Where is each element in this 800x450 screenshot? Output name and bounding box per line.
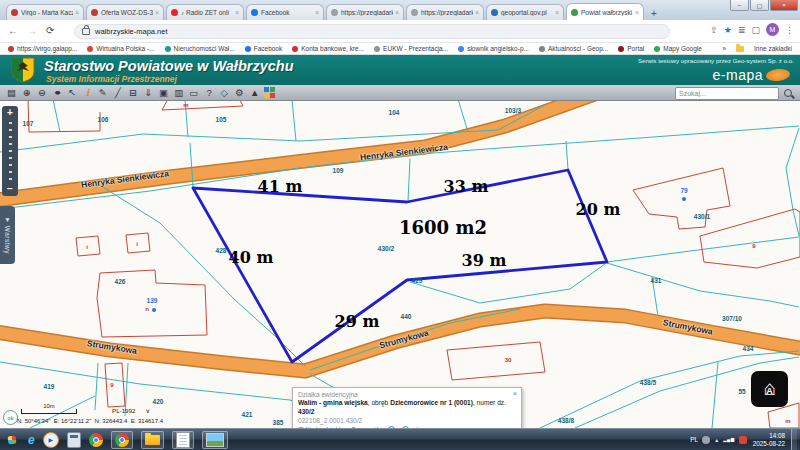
- zoom-out-button[interactable]: −: [2, 183, 18, 195]
- basemap-grid-icon[interactable]: [264, 87, 275, 98]
- browser-tab[interactable]: https://przegladark×: [406, 4, 484, 20]
- menu-kebab-icon[interactable]: ⋮: [785, 25, 794, 35]
- bookmark-item[interactable]: Facebook: [245, 45, 283, 52]
- side-panel-icon[interactable]: ▢: [751, 25, 760, 35]
- show-desktop-button[interactable]: [791, 429, 797, 450]
- crs-selector[interactable]: PL-1992 ∨: [112, 407, 150, 414]
- forward-button[interactable]: →: [27, 25, 37, 36]
- share-icon[interactable]: ⇧: [710, 25, 718, 35]
- bookmark-item[interactable]: https://virgo.galapp...: [8, 45, 77, 52]
- tab-close-icon[interactable]: ×: [155, 9, 159, 16]
- polygon-icon[interactable]: ◇: [217, 86, 232, 99]
- bookmark-favicon: [539, 46, 545, 52]
- bookmark-item[interactable]: Konta bankowe, kre...: [292, 45, 364, 52]
- document-icon: [176, 432, 190, 448]
- layers-icon[interactable]: ▤: [4, 86, 19, 99]
- tray-expand-icon[interactable]: ▲: [714, 437, 719, 443]
- browser-tab[interactable]: geoportal.gov.pl×: [486, 4, 564, 20]
- tab-title: Radio ZET onli: [186, 9, 233, 16]
- emapa-logo: e-mapa: [713, 67, 790, 83]
- tab-close-icon[interactable]: ×: [395, 9, 399, 16]
- tray-badge-icon[interactable]: [702, 436, 710, 444]
- crs-label: PL-1992: [112, 407, 135, 414]
- tab-audio-icon[interactable]: ♪: [181, 10, 184, 16]
- info-icon[interactable]: i: [80, 86, 95, 99]
- browser-tab[interactable]: Facebook×: [246, 4, 324, 20]
- comment-icon[interactable]: ▭: [186, 86, 201, 99]
- bookmarks-overflow-button[interactable]: »: [722, 45, 726, 52]
- split-view-icon[interactable]: ▥: [171, 86, 186, 99]
- bookmark-item[interactable]: EUKW - Prezentacja...: [374, 45, 448, 52]
- tab-close-icon[interactable]: ×: [555, 9, 559, 16]
- profile-avatar[interactable]: M: [766, 23, 779, 36]
- bookmark-item[interactable]: Mapy Google: [654, 45, 702, 52]
- browser-tab[interactable]: https://przegladark×: [326, 4, 404, 20]
- window-maximize-button[interactable]: ▢: [750, 0, 769, 11]
- browser-tab[interactable]: Powiat wałbrzyski -×: [566, 3, 644, 20]
- browser-tab[interactable]: Virgo - Marta Kacz×: [6, 4, 84, 20]
- calculator-icon[interactable]: [67, 432, 81, 448]
- bookmark-item[interactable]: Portal: [618, 45, 644, 52]
- browser-tab[interactable]: ♪Radio ZET onli×: [166, 4, 244, 20]
- bookmark-label: Konta bankowe, kre...: [301, 45, 364, 52]
- tab-close-icon[interactable]: ×: [235, 9, 239, 16]
- map-canvas[interactable]: + − ▼ Warstwy ⌂ A ok 10m PL-1992 ∨ N: 50…: [0, 101, 800, 428]
- image-viewer-window-button[interactable]: [202, 431, 228, 449]
- search-input[interactable]: [675, 87, 779, 100]
- window-minimize-button[interactable]: –: [730, 0, 749, 11]
- new-tab-button[interactable]: +: [646, 6, 662, 20]
- grid-cell-icon: [270, 93, 275, 98]
- popup-parcel-id: 022108_2.0001.430/2: [298, 417, 516, 424]
- other-bookmarks-button[interactable]: Inne zakładki: [754, 45, 792, 52]
- chrome-icon[interactable]: [89, 433, 103, 447]
- browser-tab[interactable]: Oferta WOZ-DS-37×: [86, 4, 164, 20]
- north-arrow-icon[interactable]: ▲: [247, 86, 262, 99]
- reload-button[interactable]: ⟳: [46, 25, 54, 36]
- window-close-button[interactable]: ×: [770, 0, 798, 11]
- notes-window-button[interactable]: [172, 431, 194, 449]
- settings-icon[interactable]: ⚙: [232, 86, 247, 99]
- bookmark-star-icon[interactable]: ★: [724, 25, 732, 35]
- bookmark-favicon: [8, 46, 14, 52]
- network-icon[interactable]: ▂▄▆: [723, 437, 735, 442]
- help-icon[interactable]: ?: [201, 86, 216, 99]
- system-tray: PL ▲ ▂▄▆ 14:08 2025-08-22: [690, 429, 797, 450]
- popup-description: Walim - gmina wiejska, obręb Dziećmorowi…: [298, 399, 516, 416]
- ok-button[interactable]: ok: [3, 410, 18, 425]
- print-icon[interactable]: ⊟: [126, 86, 141, 99]
- measure-icon[interactable]: ╱: [110, 86, 125, 99]
- start-button[interactable]: [3, 431, 20, 448]
- extensions-icon[interactable]: ≣: [738, 25, 746, 35]
- search-icon[interactable]: [784, 89, 792, 97]
- internet-explorer-icon[interactable]: e: [28, 433, 35, 447]
- bookmark-item[interactable]: Nieruchomości Wał...: [165, 45, 235, 52]
- back-button[interactable]: ←: [8, 25, 18, 36]
- media-player-icon[interactable]: ▶: [43, 432, 59, 448]
- chrome-window-button[interactable]: [111, 431, 133, 449]
- zoom-in-icon[interactable]: ⊕: [19, 86, 34, 99]
- bookmark-item[interactable]: Aktualności - Geop...: [539, 45, 608, 52]
- download-icon[interactable]: ⇓: [141, 86, 156, 99]
- tab-close-icon[interactable]: ×: [75, 9, 79, 16]
- bookmark-item[interactable]: Wirtualna Polska -...: [87, 45, 154, 52]
- copy-view-icon[interactable]: ▣: [156, 86, 171, 99]
- close-icon[interactable]: ×: [513, 390, 517, 397]
- bookmark-label: Mapy Google: [663, 45, 702, 52]
- tab-close-icon[interactable]: ×: [635, 9, 639, 16]
- zoom-in-button[interactable]: +: [2, 107, 18, 119]
- tab-title: https://przegladark: [341, 9, 393, 16]
- tab-close-icon[interactable]: ×: [315, 9, 319, 16]
- address-point-button[interactable]: ⌂ A: [751, 371, 788, 407]
- explorer-window-button[interactable]: [141, 431, 164, 449]
- address-bar[interactable]: walbrzyskie-mapa.net: [74, 24, 670, 39]
- tab-close-icon[interactable]: ×: [475, 9, 479, 16]
- action-center-icon[interactable]: [739, 436, 747, 444]
- map-graphics: [0, 101, 800, 428]
- clock[interactable]: 14:08 2025-08-22: [753, 432, 785, 446]
- layers-panel-tab[interactable]: ▼ Warstwy: [0, 206, 15, 264]
- draw-icon[interactable]: ✎: [95, 86, 110, 99]
- select-area-icon[interactable]: ●: [46, 86, 69, 99]
- bookmark-item[interactable]: słownik angielsko-p...: [458, 45, 529, 52]
- language-indicator[interactable]: PL: [690, 436, 698, 443]
- zoom-slider[interactable]: [9, 122, 12, 180]
